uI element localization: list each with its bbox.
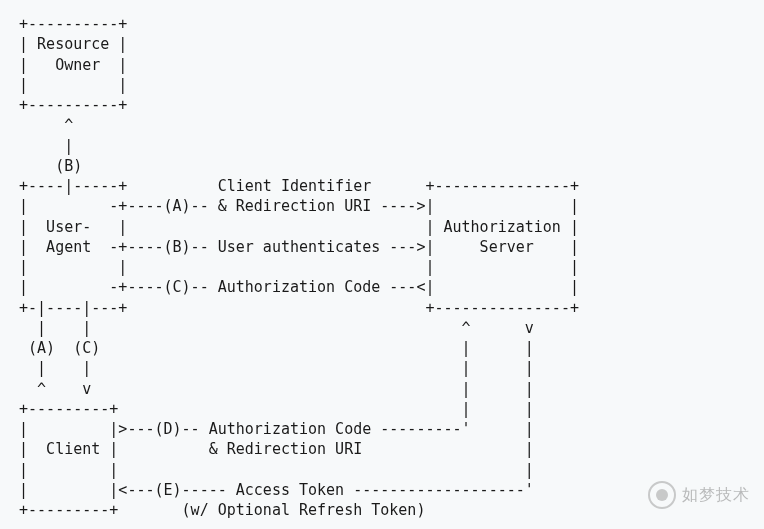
- oauth-ascii-diagram: +----------+ | Resource | | Owner | | | …: [0, 0, 764, 529]
